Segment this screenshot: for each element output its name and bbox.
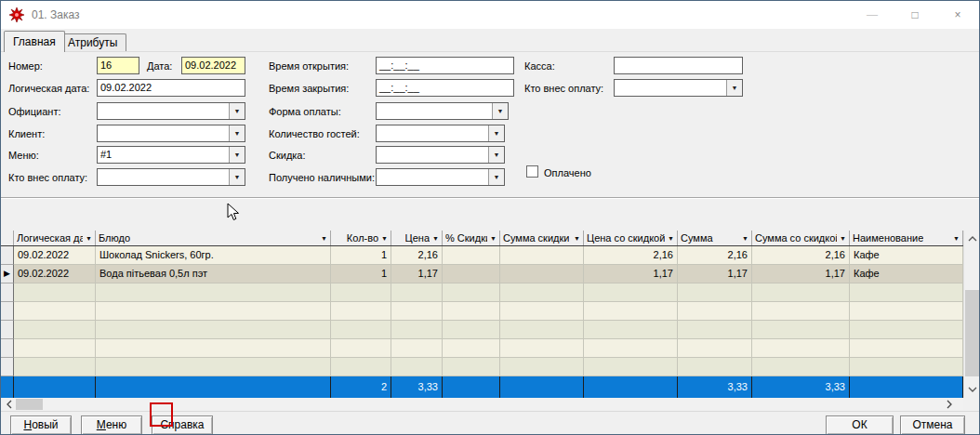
filter-arrow-icon[interactable]: ▼ xyxy=(321,235,327,242)
kto-vnes-combo[interactable]: ▼ xyxy=(97,168,245,186)
kassa-field[interactable] xyxy=(614,57,743,74)
ofitsiant-combo[interactable]: ▼ xyxy=(97,102,245,120)
mouse-cursor xyxy=(227,203,240,221)
grid-header-discount-sum[interactable]: Сумма скидки ▼ xyxy=(500,231,584,245)
ofitsiant-label: Официант: xyxy=(8,105,60,119)
cell-price[interactable]: 1,17 xyxy=(391,265,443,283)
scroll-up-icon[interactable] xyxy=(964,233,980,244)
close-time-field[interactable]: __:__:__ xyxy=(376,79,514,97)
filter-arrow-icon[interactable]: ▼ xyxy=(86,235,92,242)
row-selector-current[interactable]: ▶ xyxy=(1,265,14,283)
maximize-button[interactable]: □ xyxy=(894,1,936,29)
empty-row xyxy=(1,283,963,302)
cancel-button[interactable]: Отмена xyxy=(900,415,965,435)
dropdown-arrow-icon[interactable]: ▼ xyxy=(488,169,504,185)
grid-header-log-date[interactable]: Логическая да ▼ xyxy=(14,231,96,245)
summary-sum-discounted: 3,33 xyxy=(752,376,850,398)
summary-row: 2 3,33 3,33 3,33 xyxy=(1,376,963,398)
grid-header-row: Логическая да ▼ Блюдо ▼ Кол-во ▼ Цена ▼ … xyxy=(1,231,963,246)
order-dialog-window: 01. Заказ — □ × Главная Атрибуты Номер: … xyxy=(0,0,980,435)
filter-arrow-icon[interactable]: ▼ xyxy=(840,235,846,242)
cell-sum[interactable]: 1,17 xyxy=(678,265,752,283)
cell-qty[interactable]: 1 xyxy=(331,246,391,265)
cell-log-date[interactable]: 09.02.2022 xyxy=(14,265,96,283)
cell-name[interactable]: Кафе xyxy=(850,246,963,265)
grid-header-sum-discounted[interactable]: Сумма со скидкой ▼ xyxy=(752,231,850,245)
cash-received-combo[interactable]: ▼ xyxy=(376,168,505,186)
tab-atributy[interactable]: Атрибуты xyxy=(59,33,126,52)
grid-header-name[interactable]: Наименование ▼ xyxy=(850,231,963,245)
cell-discount-pct[interactable] xyxy=(443,265,500,283)
scroll-down-icon[interactable] xyxy=(964,384,980,395)
cell-price[interactable]: 2,16 xyxy=(391,246,443,265)
grid-header-price[interactable]: Цена ▼ xyxy=(391,231,443,245)
guests-combo[interactable]: ▼ xyxy=(376,125,505,142)
cell-price-discounted[interactable]: 2,16 xyxy=(584,246,678,265)
filter-arrow-icon[interactable]: ▼ xyxy=(953,235,960,242)
empty-row xyxy=(1,358,963,376)
dropdown-arrow-icon[interactable]: ▼ xyxy=(726,80,742,96)
new-button[interactable]: Новый xyxy=(10,415,72,435)
paid-checkbox[interactable] xyxy=(526,165,538,178)
cell-sum[interactable]: 2,16 xyxy=(678,246,752,265)
cell-discount-sum[interactable] xyxy=(500,246,584,265)
log-data-field[interactable]: 09.02.2022 xyxy=(97,79,245,97)
payer-combo[interactable]: ▼ xyxy=(614,79,743,97)
dropdown-arrow-icon[interactable]: ▼ xyxy=(229,147,245,163)
dropdown-arrow-icon[interactable]: ▼ xyxy=(492,103,508,119)
open-time-field[interactable]: __:__:__ xyxy=(376,57,514,74)
dropdown-arrow-icon[interactable]: ▼ xyxy=(229,125,245,141)
cell-dish[interactable]: Шоколад Snickers, 60гр. xyxy=(96,246,331,265)
filter-arrow-icon[interactable]: ▼ xyxy=(668,235,674,242)
dropdown-arrow-icon[interactable]: ▼ xyxy=(229,103,245,119)
open-time-label: Время открытия: xyxy=(269,59,349,73)
grid-header-qty[interactable]: Кол-во ▼ xyxy=(331,231,391,245)
table-row[interactable]: 09.02.2022 Шоколад Snickers, 60гр. 1 2,1… xyxy=(1,246,963,265)
filter-arrow-icon[interactable]: ▼ xyxy=(490,235,497,242)
grid-header-price-discounted[interactable]: Цена со скидкой ▼ xyxy=(584,231,678,245)
dropdown-arrow-icon[interactable]: ▼ xyxy=(488,125,504,141)
close-button[interactable]: × xyxy=(936,1,979,29)
dropdown-arrow-icon[interactable]: ▼ xyxy=(229,169,245,185)
nomer-field[interactable]: 16 xyxy=(97,57,139,74)
summary-sum: 3,33 xyxy=(678,376,752,398)
discount-combo[interactable]: ▼ xyxy=(376,146,505,164)
table-row-current[interactable]: ▶ 09.02.2022 Вода пітьевая 0,5л пэт 1 1,… xyxy=(1,265,963,283)
grid-header-dish[interactable]: Блюдо ▼ xyxy=(96,231,331,245)
tab-panel-edge xyxy=(1,51,979,52)
klient-combo[interactable]: ▼ xyxy=(97,125,245,142)
filter-arrow-icon[interactable]: ▼ xyxy=(432,235,439,242)
minimize-button[interactable]: — xyxy=(851,1,894,29)
horizontal-scroll-thumb[interactable] xyxy=(16,399,43,410)
cell-sum-discounted[interactable]: 2,16 xyxy=(752,246,850,265)
cell-price-discounted[interactable]: 1,17 xyxy=(584,265,678,283)
current-row-marker-icon: ▶ xyxy=(4,269,10,278)
data-field[interactable]: 09.02.2022 xyxy=(181,57,245,74)
cell-dish[interactable]: Вода пітьевая 0,5л пэт xyxy=(96,265,331,283)
row-selector[interactable] xyxy=(1,246,14,265)
scroll-left-icon[interactable] xyxy=(4,398,15,411)
dropdown-arrow-icon[interactable]: ▼ xyxy=(488,147,504,163)
horizontal-scrollbar[interactable] xyxy=(1,398,963,411)
filter-arrow-icon[interactable]: ▼ xyxy=(574,235,580,242)
cell-qty[interactable]: 1 xyxy=(331,265,391,283)
filter-arrow-icon[interactable]: ▼ xyxy=(381,235,388,242)
cell-name[interactable]: Кафе xyxy=(850,265,963,283)
vertical-scrollbar[interactable] xyxy=(963,231,980,398)
filter-arrow-icon[interactable]: ▼ xyxy=(742,235,748,242)
scroll-right-icon[interactable] xyxy=(944,398,955,411)
cell-log-date[interactable]: 09.02.2022 xyxy=(14,246,96,265)
grid-header-discount-pct[interactable]: % Скидки ▼ xyxy=(443,231,500,245)
ok-button[interactable]: ОК xyxy=(826,415,894,435)
tab-glavnaya[interactable]: Главная xyxy=(4,31,65,52)
cell-discount-pct[interactable] xyxy=(443,246,500,265)
menu-combo[interactable]: #1 ▼ xyxy=(97,146,245,164)
grid-header-sum[interactable]: Сумма ▼ xyxy=(678,231,752,245)
nomer-label: Номер: xyxy=(8,59,43,73)
cell-sum-discounted[interactable]: 1,17 xyxy=(752,265,850,283)
cell-discount-sum[interactable] xyxy=(500,265,584,283)
vertical-scroll-thumb[interactable] xyxy=(965,290,980,376)
empty-row xyxy=(1,302,963,321)
payment-form-combo[interactable]: ▼ xyxy=(376,102,509,120)
menu-button[interactable]: Меню xyxy=(81,415,142,435)
